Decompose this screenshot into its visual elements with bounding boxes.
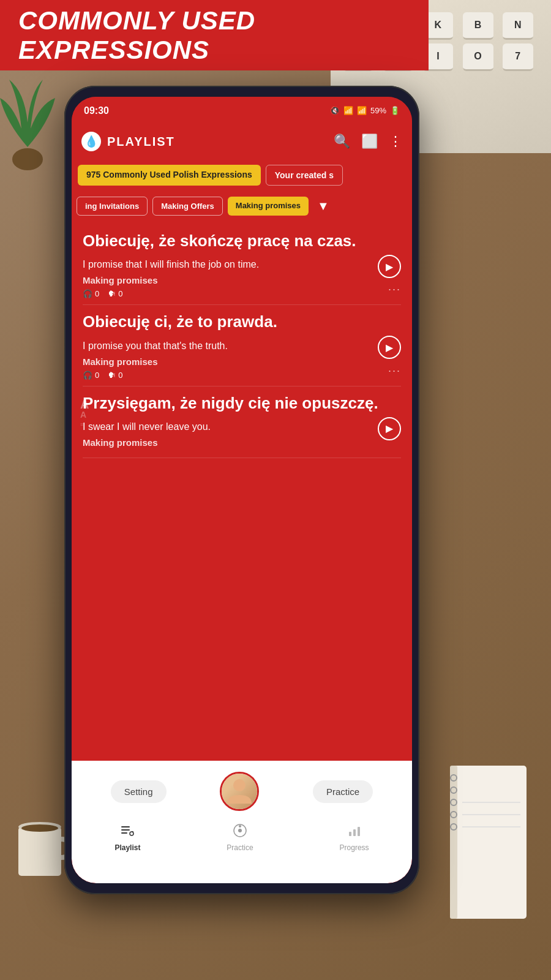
search-icon[interactable]: 🔍 (334, 134, 350, 149)
more-button-1[interactable]: ··· (388, 283, 401, 296)
expression-card-2: Obiecuję ci, że to prawda. I promise you… (83, 311, 401, 386)
svg-point-18 (130, 832, 133, 835)
more-button-2[interactable]: ··· (388, 364, 401, 377)
svg-rect-25 (358, 827, 360, 836)
speech-stat-1: 🗣 0 (108, 289, 122, 298)
headphones-icon-1: 🎧 (83, 289, 92, 298)
speech-stat-2: 🗣 0 (108, 371, 122, 380)
svg-point-22 (239, 825, 241, 827)
headphones-count-2: 0 (95, 371, 99, 380)
avatar[interactable] (220, 772, 259, 811)
app-title: PLAYLIST (107, 135, 175, 149)
font-size-small-indicator: A (80, 410, 86, 420)
key: N (503, 12, 533, 40)
progress-nav-icon (347, 823, 362, 842)
nav-label-practice: Practice (227, 843, 253, 852)
polish-text-2: Obiecuję ci, że to prawda. (83, 311, 401, 333)
bottom-actions: Setting Practice (72, 761, 412, 817)
nav-label-progress: Progress (340, 843, 369, 852)
more-options-icon[interactable]: ⋮ (389, 134, 402, 149)
svg-rect-23 (349, 832, 351, 836)
headphones-stat-1: 🎧 0 (83, 289, 99, 298)
cat-invitations[interactable]: ing Invitations (77, 197, 148, 216)
category-label-3: Making promises (83, 437, 401, 448)
nav-item-practice[interactable]: Practice (227, 823, 253, 852)
svg-point-3 (21, 824, 58, 832)
wifi-icon: 📶 (343, 106, 353, 115)
category-label-2: Making promises (83, 356, 401, 367)
app-logo-icon: 💧 (81, 132, 101, 151)
practice-button[interactable]: Practice (313, 780, 373, 803)
signal-icon: 📶 (357, 106, 367, 115)
battery-text: 59% (370, 106, 386, 115)
expression-card-1: Obiecuję, że skończę pracę na czas. I pr… (83, 230, 401, 305)
headphones-stat-2: 🎧 0 (83, 371, 99, 380)
svg-rect-4 (453, 766, 527, 919)
svg-point-0 (12, 148, 43, 170)
polish-text-3: Przysięgam, że nigdy cię nie opuszczę. (83, 393, 401, 414)
headphones-icon-2: 🎧 (83, 371, 92, 380)
battery-icon: 🔋 (390, 106, 400, 115)
toolbar-right: 🔍 ⬜ ⋮ (334, 134, 402, 149)
avatar-image (222, 774, 257, 809)
practice-nav-icon (233, 823, 247, 842)
status-bar: 09:30 🔇 📶 📶 59% 🔋 (72, 97, 412, 124)
banner-title: COMMONLY USED EXPRESSIONS (18, 6, 410, 65)
svg-rect-15 (121, 826, 130, 827)
category-tabs: ing Invitations Making Offers Making pro… (72, 192, 412, 221)
setting-button[interactable]: Setting (111, 780, 167, 803)
key: 7 (503, 43, 533, 71)
svg-point-21 (238, 829, 242, 832)
key: B (463, 12, 493, 40)
bottom-navigation: Playlist Practice (72, 817, 412, 859)
status-time: 09:30 (84, 105, 109, 116)
play-button-2[interactable]: ▶ (378, 336, 401, 359)
app-toolbar: 💧 PLAYLIST 🔍 ⬜ ⋮ (72, 124, 412, 159)
svg-rect-17 (121, 832, 127, 834)
speech-icon-1: 🗣 (108, 289, 116, 298)
toolbar-left: 💧 PLAYLIST (81, 132, 175, 151)
speech-count-2: 0 (118, 371, 122, 380)
text-lines-indicator: ≡ (80, 421, 83, 429)
status-icons: 🔇 📶 📶 59% 🔋 (330, 106, 400, 115)
nav-item-progress[interactable]: Progress (340, 823, 369, 852)
svg-point-14 (233, 779, 246, 791)
expression-card-3: A A ≡ Przysięgam, że nigdy cię nie opusz… (83, 393, 401, 458)
key: O (463, 43, 493, 71)
expressions-list: Obiecuję, że skończę pracę na czas. I pr… (72, 221, 412, 474)
stats-row-1: 🎧 0 🗣 0 (83, 289, 401, 298)
nav-label-playlist: Playlist (114, 843, 140, 852)
bottom-section: Setting Practice (72, 761, 412, 883)
play-button-1[interactable]: ▶ (378, 255, 401, 278)
phone-screen: 09:30 🔇 📶 📶 59% 🔋 💧 PLAYLIST 🔍 ⬜ ⋮ (72, 97, 412, 883)
phone-frame: 09:30 🔇 📶 📶 59% 🔋 💧 PLAYLIST 🔍 ⬜ ⋮ (64, 86, 419, 894)
english-text-2: I promise you that that's the truth. (83, 339, 401, 353)
cat-more-icon[interactable]: ▼ (313, 197, 333, 216)
nav-item-playlist[interactable]: Playlist (114, 823, 140, 852)
english-text-1: I promise that I will finish the job on … (83, 258, 401, 271)
category-label-1: Making promises (83, 275, 401, 285)
expand-icon[interactable]: ⬜ (361, 134, 378, 149)
play-button-3[interactable]: ▶ (378, 417, 401, 440)
headphones-count-1: 0 (95, 289, 99, 298)
cat-offers[interactable]: Making Offers (152, 197, 223, 216)
speech-count-1: 0 (118, 289, 122, 298)
mute-icon: 🔇 (330, 106, 340, 115)
stats-row-2: 🎧 0 🗣 0 (83, 371, 401, 380)
svg-rect-24 (353, 829, 356, 836)
svg-rect-16 (121, 829, 130, 831)
tab-your-created[interactable]: Your created s (266, 165, 343, 186)
english-text-3: I swear I will never leave you. (83, 420, 401, 434)
polish-text-1: Obiecuję, że skończę pracę na czas. (83, 230, 401, 252)
plant-decoration (0, 49, 67, 172)
tab-commonly-used[interactable]: 975 Commonly Used Polish Expressions (78, 165, 261, 186)
speech-icon-2: 🗣 (108, 371, 116, 380)
notebook-decoration (441, 766, 533, 919)
playlist-nav-icon (120, 823, 135, 842)
playlist-tabs: 975 Commonly Used Polish Expressions You… (72, 159, 412, 192)
cat-promises[interactable]: Making promises (228, 197, 309, 216)
svg-rect-1 (18, 827, 61, 876)
